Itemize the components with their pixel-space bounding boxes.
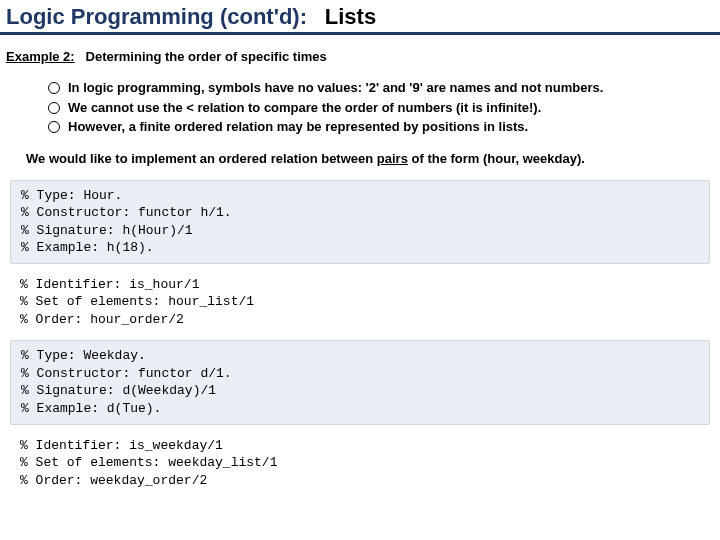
- goal-pre: We would like to implement an ordered re…: [26, 151, 377, 166]
- code-plain-weekday-id: % Identifier: is_weekday/1 % Set of elem…: [10, 433, 710, 494]
- goal-sentence: We would like to implement an ordered re…: [0, 137, 720, 172]
- bullet-text: In logic programming, symbols have no va…: [68, 78, 603, 98]
- bullet-item: However, a finite ordered relation may b…: [48, 117, 700, 137]
- slide-title-bar: Logic Programming (cont'd): Lists: [0, 0, 720, 35]
- code-block-hour-type: % Type: Hour. % Constructor: functor h/1…: [10, 180, 710, 264]
- example-label: Example 2:: [6, 49, 75, 64]
- title-suffix: Lists: [325, 4, 376, 29]
- goal-post: of the form (hour, weekday).: [408, 151, 585, 166]
- bullet-list: In logic programming, symbols have no va…: [0, 70, 720, 137]
- bullet-text: We cannot use the < relation to compare …: [68, 98, 541, 118]
- bullet-item: We cannot use the < relation to compare …: [48, 98, 700, 118]
- bullet-icon: [48, 121, 60, 133]
- code-block-weekday-type: % Type: Weekday. % Constructor: functor …: [10, 340, 710, 424]
- bullet-text: However, a finite ordered relation may b…: [68, 117, 528, 137]
- goal-underline: pairs: [377, 151, 408, 166]
- bullet-icon: [48, 102, 60, 114]
- title-prefix: Logic Programming (cont'd):: [6, 4, 307, 29]
- example-subhead: Example 2: Determining the order of spec…: [0, 35, 720, 70]
- bullet-icon: [48, 82, 60, 94]
- code-plain-hour-id: % Identifier: is_hour/1 % Set of element…: [10, 272, 710, 333]
- example-text: Determining the order of specific times: [86, 49, 327, 64]
- bullet-item: In logic programming, symbols have no va…: [48, 78, 700, 98]
